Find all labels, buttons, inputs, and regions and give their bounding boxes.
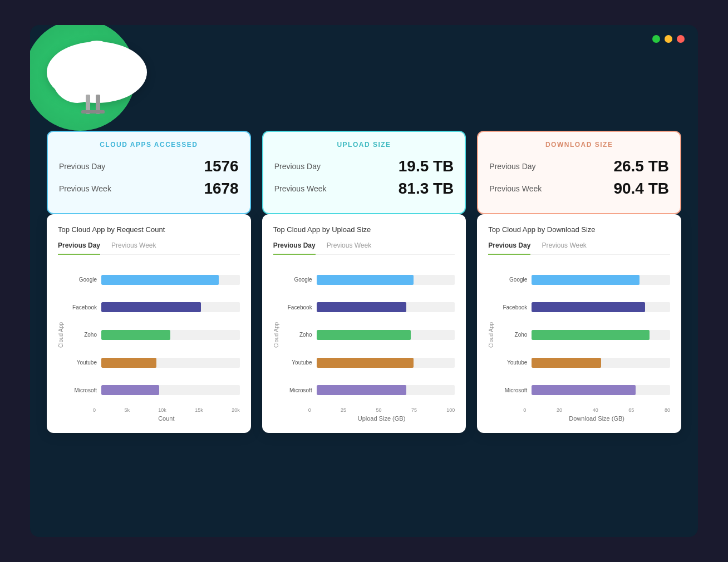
bar-name-download-size-chart-3: Youtube	[496, 359, 527, 366]
bar-track-download-size-chart-0	[532, 275, 670, 285]
cloud-illustration	[30, 25, 180, 153]
chart-tabs-request-count: Previous DayPrevious Week	[58, 241, 240, 255]
stat-row-download-size-1: Previous Week90.4 TB	[489, 180, 669, 198]
x-tick-request-count-4: 20k	[232, 407, 240, 413]
bar-name-download-size-chart-0: Google	[496, 277, 527, 283]
chart-tab-download-size-chart-0[interactable]: Previous Day	[488, 241, 530, 255]
stat-card-download-size: DOWNLOAD SIZEPrevious Day26.5 TBPrevious…	[477, 131, 681, 214]
chart-tabs-download-size-chart: Previous DayPrevious Week	[488, 241, 670, 255]
bar-track-upload-size-chart-1	[317, 302, 455, 312]
bar-fill-upload-size-chart-0	[317, 275, 414, 285]
stat-value-download-size-0: 26.5 TB	[613, 157, 669, 175]
stat-label-cloud-apps-0: Previous Day	[59, 162, 105, 171]
bar-track-upload-size-chart-4	[317, 385, 455, 395]
bar-track-request-count-2	[101, 330, 240, 340]
bar-row-download-size-chart-0: Google	[496, 275, 670, 285]
x-tick-download-size-chart-3: 65	[628, 407, 634, 413]
x-tick-download-size-chart-0: 0	[523, 407, 526, 413]
y-label-upload-size-chart: Cloud App	[273, 266, 279, 404]
bar-track-upload-size-chart-0	[317, 275, 455, 285]
stat-value-cloud-apps-0: 1576	[204, 157, 238, 175]
bar-row-upload-size-chart-4: Microsoft	[282, 385, 455, 395]
chart-tab-request-count-0[interactable]: Previous Day	[58, 241, 100, 255]
bar-fill-upload-size-chart-4	[317, 385, 407, 395]
bar-fill-request-count-3	[101, 358, 156, 368]
chart-card-request-count: Top Cloud App by Request CountPrevious D…	[47, 214, 251, 433]
bar-row-upload-size-chart-2: Zoho	[282, 330, 455, 340]
stat-row-cloud-apps-1: Previous Week1678	[59, 180, 239, 198]
bar-row-request-count-0: Google	[66, 275, 240, 285]
bar-fill-request-count-1	[101, 302, 201, 312]
x-label-upload-size-chart: Upload Size (GB)	[308, 415, 455, 422]
bar-fill-download-size-chart-2	[532, 330, 649, 340]
x-tick-upload-size-chart-2: 50	[376, 407, 381, 413]
bar-fill-upload-size-chart-2	[317, 330, 411, 340]
bar-row-request-count-2: Zoho	[66, 330, 240, 340]
stat-row-download-size-0: Previous Day26.5 TB	[489, 157, 669, 175]
bar-fill-download-size-chart-0	[532, 275, 640, 285]
bar-fill-download-size-chart-4	[532, 385, 636, 395]
bar-fill-request-count-0	[101, 275, 219, 285]
x-tick-request-count-0: 0	[93, 407, 96, 413]
stat-title-upload-size: UPLOAD SIZE	[274, 141, 454, 149]
x-axis-request-count: 05k10k15k20k	[93, 404, 240, 413]
bar-fill-download-size-chart-3	[532, 358, 601, 368]
window-controls	[652, 35, 685, 43]
bar-row-download-size-chart-2: Zoho	[496, 330, 670, 340]
x-label-request-count: Count	[93, 415, 240, 422]
stat-label-cloud-apps-1: Previous Week	[59, 184, 111, 193]
bar-row-upload-size-chart-0: Google	[282, 275, 455, 285]
cloud-icon	[36, 28, 158, 117]
x-tick-upload-size-chart-4: 100	[446, 407, 455, 413]
bar-name-request-count-0: Google	[66, 277, 97, 283]
chart-tabs-upload-size-chart: Previous DayPrevious Week	[273, 241, 455, 255]
stat-label-download-size-1: Previous Week	[489, 184, 542, 193]
chart-card-upload-size-chart: Top Cloud App by Upload SizePrevious Day…	[262, 214, 466, 433]
bar-row-request-count-3: Youtube	[66, 358, 240, 368]
bar-name-upload-size-chart-3: Youtube	[282, 359, 312, 366]
x-tick-request-count-1: 5k	[124, 407, 130, 413]
y-label-request-count: Cloud App	[58, 266, 64, 404]
bar-name-request-count-3: Youtube	[66, 359, 97, 366]
x-tick-request-count-3: 15k	[195, 407, 203, 413]
bar-track-request-count-1	[101, 302, 240, 312]
bar-track-upload-size-chart-2	[317, 330, 455, 340]
x-axis-download-size-chart: 020406580	[523, 404, 670, 413]
bar-chart-upload-size-chart: Cloud AppGoogleFacebookZohoYoutubeMicros…	[273, 266, 455, 422]
bar-track-request-count-3	[101, 358, 240, 368]
stat-label-upload-size-0: Previous Day	[274, 162, 321, 171]
bar-track-request-count-0	[101, 275, 240, 285]
bar-name-download-size-chart-4: Microsoft	[496, 387, 527, 393]
red-button[interactable]	[677, 35, 685, 43]
bar-track-request-count-4	[101, 385, 240, 395]
bar-name-download-size-chart-1: Facebook	[496, 304, 527, 310]
bar-row-request-count-1: Facebook	[66, 302, 240, 312]
bar-row-request-count-4: Microsoft	[66, 385, 240, 395]
bar-track-download-size-chart-1	[532, 302, 670, 312]
bar-chart-request-count: Cloud AppGoogleFacebookZohoYoutubeMicros…	[58, 266, 240, 422]
bar-name-request-count-4: Microsoft	[66, 387, 97, 393]
svg-point-3	[73, 41, 120, 87]
stat-row-cloud-apps-0: Previous Day1576	[59, 157, 239, 175]
stat-title-download-size: DOWNLOAD SIZE	[489, 141, 669, 149]
chart-title-download-size-chart: Top Cloud App by Download Size	[488, 225, 670, 234]
svg-rect-7	[91, 110, 105, 114]
yellow-button[interactable]	[665, 35, 672, 43]
chart-tab-request-count-1[interactable]: Previous Week	[111, 241, 156, 254]
chart-tab-upload-size-chart-0[interactable]: Previous Day	[273, 241, 316, 255]
bar-name-request-count-2: Zoho	[66, 332, 97, 338]
x-tick-upload-size-chart-3: 75	[411, 407, 417, 413]
stat-row-upload-size-1: Previous Week81.3 TB	[274, 180, 454, 198]
x-tick-download-size-chart-4: 80	[665, 407, 670, 413]
stat-label-upload-size-1: Previous Week	[274, 184, 327, 193]
chart-tab-upload-size-chart-1[interactable]: Previous Week	[327, 241, 371, 254]
bar-name-request-count-1: Facebook	[66, 304, 97, 310]
x-tick-download-size-chart-1: 20	[557, 407, 562, 413]
stat-label-download-size-0: Previous Day	[489, 162, 535, 171]
chart-card-download-size-chart: Top Cloud App by Download SizePrevious D…	[477, 214, 681, 433]
green-button[interactable]	[652, 35, 660, 43]
bar-fill-request-count-2	[101, 330, 170, 340]
chart-title-request-count: Top Cloud App by Request Count	[58, 225, 240, 234]
chart-tab-download-size-chart-1[interactable]: Previous Week	[542, 241, 586, 254]
bar-name-upload-size-chart-1: Facebook	[282, 304, 312, 310]
